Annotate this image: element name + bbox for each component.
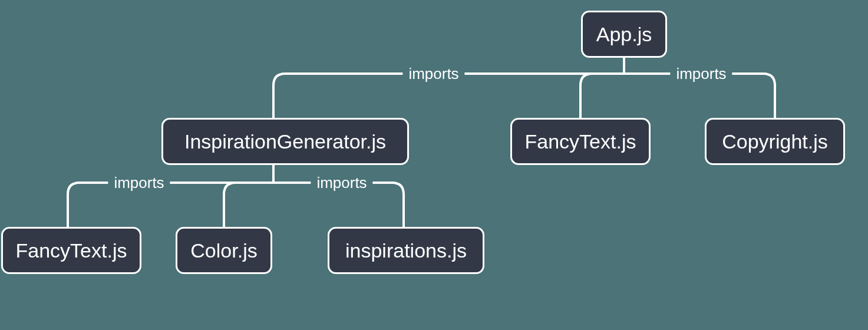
node-color-js: Color.js xyxy=(176,227,272,274)
node-inspirations-js: inspirations.js xyxy=(328,227,484,274)
node-fancy-text-js-upper: FancyText.js xyxy=(510,118,651,165)
node-app-js: App.js xyxy=(581,11,667,58)
edge-label-app-imports-left: imports xyxy=(402,65,464,83)
node-fancy-text-js-lower: FancyText.js xyxy=(1,227,141,274)
edge-label-app-imports-right: imports xyxy=(670,65,732,83)
node-inspiration-generator-js: InspirationGenerator.js xyxy=(161,118,409,165)
node-copyright-js: Copyright.js xyxy=(705,118,845,165)
connector-lines xyxy=(0,0,868,330)
edge-label-ig-imports-left: imports xyxy=(108,174,170,192)
module-dependency-diagram: App.js InspirationGenerator.js FancyText… xyxy=(0,0,868,330)
edge-label-ig-imports-right: imports xyxy=(311,174,372,192)
